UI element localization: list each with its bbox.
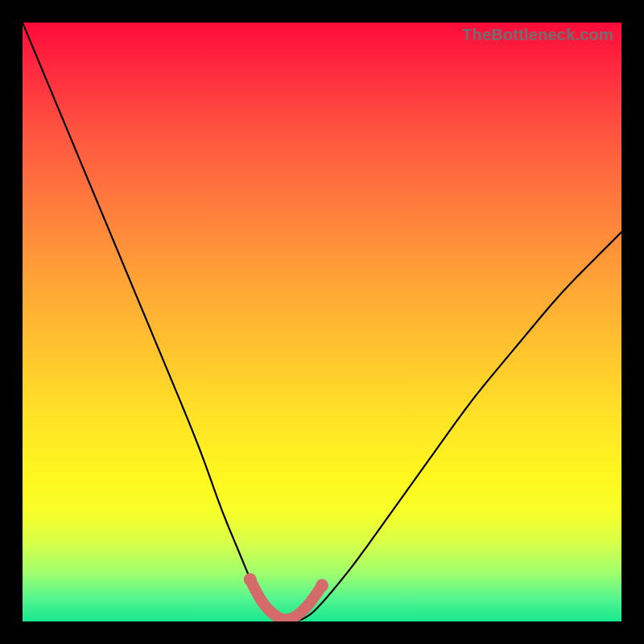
curve-layer xyxy=(23,23,621,621)
bottleneck-curve xyxy=(23,23,621,621)
sweet-spot-endpoint xyxy=(316,579,328,592)
chart-frame: TheBottleneck.com xyxy=(0,0,644,644)
sweet-spot-endpoint xyxy=(244,573,257,586)
plot-area: TheBottleneck.com xyxy=(23,23,621,621)
